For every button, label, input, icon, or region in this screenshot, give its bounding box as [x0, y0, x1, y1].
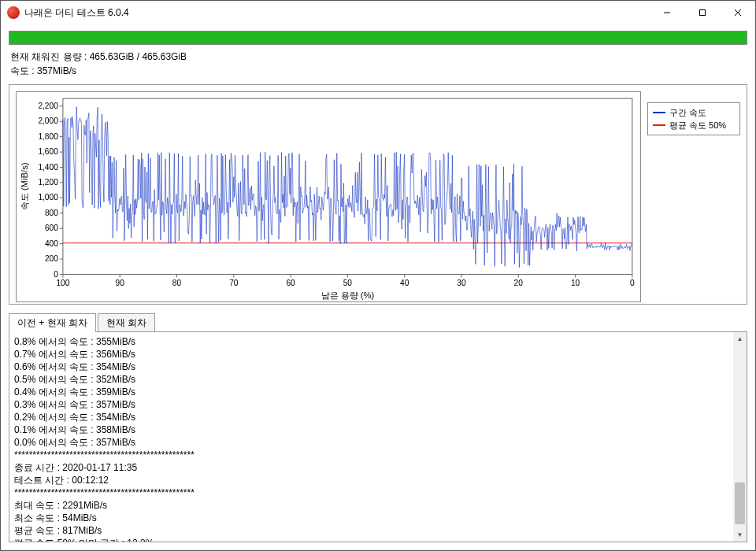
svg-text:30: 30 — [457, 279, 466, 287]
tab-previous-and-current[interactable]: 이전 + 현재 회차 — [9, 313, 96, 332]
svg-text:1,800: 1,800 — [38, 132, 58, 141]
scroll-thumb[interactable] — [735, 483, 745, 524]
svg-text:0: 0 — [630, 279, 635, 287]
status-block: 현재 채워진 용량 : 465.63GiB / 465.63GiB 속도 : 3… — [1, 50, 755, 84]
svg-text:1,600: 1,600 — [38, 147, 58, 156]
svg-text:10: 10 — [571, 279, 580, 287]
log-content[interactable]: 0.8% 에서의 속도 : 355MiB/s 0.7% 에서의 속도 : 356… — [9, 332, 733, 542]
scroll-up-button[interactable]: ▲ — [733, 332, 747, 346]
svg-text:1,400: 1,400 — [38, 163, 58, 172]
speed-chart: 02004006008001,0001,2001,4001,6001,8002,… — [17, 92, 640, 301]
svg-text:800: 800 — [45, 209, 58, 217]
legend-item-interval-speed: 구간 속도 — [653, 106, 735, 119]
titlebar: 나래온 더티 테스트 6.0.4 — [1, 1, 755, 24]
progress-bar — [9, 31, 747, 45]
svg-text:0: 0 — [54, 270, 58, 279]
svg-text:1,000: 1,000 — [38, 193, 58, 202]
legend-label-2: 평균 속도 50% — [669, 120, 726, 131]
svg-text:2,000: 2,000 — [38, 116, 58, 125]
svg-text:60: 60 — [286, 279, 295, 287]
log-box: 0.8% 에서의 속도 : 355MiB/s 0.7% 에서의 속도 : 356… — [9, 331, 747, 542]
scroll-track[interactable] — [733, 346, 747, 528]
log-tabs: 이전 + 현재 회차 현재 회차 — [9, 312, 747, 331]
legend-swatch-blue — [653, 112, 665, 113]
legend-label-1: 구간 속도 — [669, 107, 706, 119]
svg-text:200: 200 — [45, 254, 58, 263]
minimize-button[interactable] — [649, 1, 684, 24]
maximize-button[interactable] — [684, 1, 720, 24]
svg-text:80: 80 — [172, 279, 182, 287]
svg-text:40: 40 — [400, 279, 410, 287]
scrollbar-vertical[interactable]: ▲ ▼ — [733, 332, 747, 542]
status-filled: 현재 채워진 용량 : 465.63GiB / 465.63GiB — [10, 50, 746, 64]
window-title: 나래온 더티 테스트 6.0.4 — [24, 6, 649, 20]
close-button[interactable] — [720, 1, 755, 24]
progress-wrap — [1, 24, 755, 50]
svg-rect-1 — [699, 10, 705, 16]
svg-text:남은 용량 (%): 남은 용량 (%) — [321, 290, 375, 300]
status-speed: 속도 : 357MiB/s — [10, 64, 746, 78]
tab-current[interactable]: 현재 회차 — [98, 313, 155, 332]
svg-text:400: 400 — [45, 239, 58, 248]
svg-text:600: 600 — [45, 224, 58, 232]
svg-text:2,200: 2,200 — [38, 102, 58, 110]
scroll-down-button[interactable]: ▼ — [733, 528, 747, 542]
svg-text:90: 90 — [116, 279, 125, 287]
chart-area: 02004006008001,0001,2001,4001,6001,8002,… — [16, 91, 641, 302]
app-icon — [7, 6, 20, 19]
legend-item-avg50: 평균 속도 50% — [653, 119, 735, 131]
legend-swatch-red — [653, 124, 665, 126]
svg-text:100: 100 — [56, 279, 69, 287]
svg-text:속도 (MiB/s): 속도 (MiB/s) — [20, 162, 29, 210]
svg-text:20: 20 — [514, 279, 524, 287]
chart-legend: 구간 속도 평균 속도 50% — [647, 102, 740, 135]
svg-text:50: 50 — [343, 279, 353, 287]
svg-rect-4 — [63, 98, 632, 274]
svg-text:70: 70 — [229, 279, 239, 287]
svg-text:1,200: 1,200 — [38, 178, 58, 187]
chart-panel: 02004006008001,0001,2001,4001,6001,8002,… — [9, 84, 747, 305]
window-controls — [649, 1, 755, 24]
